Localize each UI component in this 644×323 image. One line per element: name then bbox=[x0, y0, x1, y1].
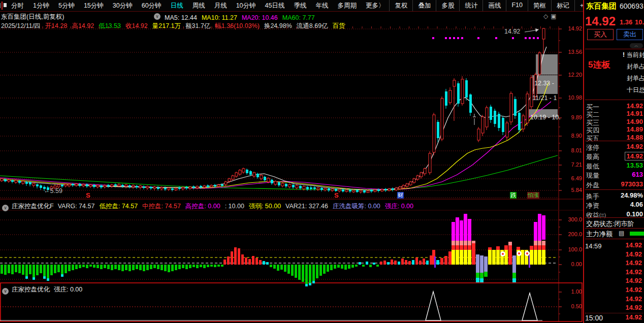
stat-row-现量: 现量613 bbox=[586, 171, 643, 179]
chart-annotation-0: 11/21 - 1 bbox=[532, 94, 557, 102]
value-token: 量217.1万 bbox=[152, 22, 181, 29]
stat-row-外盘: 外盘973033 bbox=[586, 180, 643, 189]
tick-price: 14.92 bbox=[625, 277, 642, 284]
window-layout-icon[interactable] bbox=[2, 2, 3, 10]
menu-item-更多〉[interactable]: 更多〉 bbox=[361, 2, 390, 10]
toolbar-button-统计[interactable]: 统计 bbox=[459, 0, 482, 11]
stat-value: 613 bbox=[632, 171, 643, 178]
menu-item-分时[interactable]: 分时 bbox=[7, 2, 28, 10]
stat-label: 外盘 bbox=[586, 181, 599, 189]
sell-button[interactable]: 卖出 bbox=[617, 29, 643, 40]
toolbar-button-简框[interactable]: 简框 bbox=[528, 0, 551, 11]
indicator1-axis-label: 300.0 bbox=[561, 216, 582, 222]
menu-item-周线[interactable]: 周线 bbox=[188, 2, 210, 10]
stat-row-最高: 最高14.92 bbox=[586, 152, 643, 160]
value-token: 低控盘: 74.57 bbox=[99, 203, 138, 210]
indicator1-header: ∨庄家控盘优化FVARG: 74.57低控盘: 74.57中控盘: 74.57高… bbox=[2, 201, 418, 211]
menu-item-季线[interactable]: 季线 bbox=[289, 2, 311, 10]
indicator1-axis-label: 100.0 bbox=[561, 246, 582, 252]
seal-info-3: 十日总 bbox=[627, 86, 644, 94]
tick-price: 14.92 bbox=[625, 259, 642, 267]
tick-price: 14.92 bbox=[625, 313, 642, 321]
value-token: 强庄: 0.00 bbox=[54, 286, 82, 293]
menu-item-多周期[interactable]: 多周期 bbox=[333, 2, 361, 10]
menu-item-年线[interactable]: 年线 bbox=[311, 2, 333, 10]
panel-separator bbox=[585, 239, 644, 239]
last-price-annotation: 14.92 bbox=[504, 28, 520, 35]
toolbar-button-复权[interactable]: 复权 bbox=[389, 0, 412, 11]
tick-price: 14.92 bbox=[625, 304, 642, 311]
menu-item-15分钟[interactable]: 15分钟 bbox=[79, 2, 108, 10]
toolbar-button-叠加[interactable]: 叠加 bbox=[412, 0, 436, 11]
collapse-indicator1-icon[interactable]: ∨ bbox=[2, 205, 9, 211]
menu-item-30分钟[interactable]: 30分钟 bbox=[108, 2, 137, 10]
alert-icon: ! bbox=[623, 51, 625, 58]
stat-value: 4.06 bbox=[630, 201, 643, 208]
indicator1-name: 庄家控盘优化F bbox=[12, 203, 54, 210]
menu-item-日线[interactable]: 日线 bbox=[166, 2, 188, 10]
main-chart-canvas[interactable] bbox=[0, 0, 644, 323]
toolbar-button-画线[interactable]: 画线 bbox=[482, 0, 506, 11]
diamond-icon[interactable]: ◇ bbox=[543, 13, 551, 20]
value-token: 低13.53 bbox=[99, 22, 121, 29]
stat-value: 24.98% bbox=[621, 191, 643, 199]
chart-corner-icons[interactable]: ◇▣ bbox=[543, 13, 559, 20]
value-token: 幅1.36(10.03%) bbox=[215, 22, 260, 29]
collapse-chart-icon[interactable]: ∨ bbox=[154, 13, 160, 20]
chart-title: 东百集团(日线,前复权) bbox=[1, 13, 64, 21]
tick-row: 14.92 bbox=[585, 286, 643, 295]
limit-streak-badge: 5连板 bbox=[588, 59, 610, 71]
price-change-pct: 10.0 bbox=[635, 18, 644, 26]
main-axis-label: 12.20 bbox=[561, 72, 582, 78]
menu-item-60分钟[interactable]: 60分钟 bbox=[137, 2, 166, 10]
stock-code: 600693 bbox=[620, 2, 643, 10]
menu-item-10分钟[interactable]: 10分钟 bbox=[232, 2, 261, 10]
tick-row: 14.92 bbox=[585, 277, 643, 285]
panel-separator bbox=[585, 100, 644, 100]
value-token: MA20: 10.46 bbox=[242, 14, 278, 21]
main-axis-label: 13.56 bbox=[561, 49, 582, 55]
panel-separator bbox=[585, 189, 644, 190]
indicator1-values: VARG: 74.57低控盘: 74.57中控盘: 74.57高控盘: 0.00… bbox=[58, 201, 418, 210]
menu-item-5分钟[interactable]: 5分钟 bbox=[54, 2, 79, 10]
price-change: 1.36 bbox=[620, 18, 632, 26]
tick-price: 14.92 bbox=[625, 241, 642, 249]
sell-signal-marker: S bbox=[334, 191, 339, 199]
menu-item-45日线[interactable]: 45日线 bbox=[261, 2, 289, 10]
tick-row: 14:5914.92 bbox=[585, 241, 643, 250]
seal-info-2: 封单占 bbox=[627, 74, 644, 83]
indicator1-axis-label: 200.0 bbox=[561, 231, 582, 237]
bid-price: 14.88 bbox=[626, 134, 643, 141]
seal-info-0: 当前封 bbox=[627, 51, 644, 59]
value-token: 收14.92 bbox=[125, 22, 148, 29]
buy-button[interactable]: 买入 bbox=[587, 29, 614, 40]
stat-label: 涨停 bbox=[586, 144, 599, 151]
collapse-indicator2-icon[interactable]: ∨ bbox=[2, 288, 9, 295]
stat-row-涨停: 涨停14.92 bbox=[586, 143, 643, 151]
value-token: MA10: 11.27 bbox=[202, 14, 237, 21]
main-flow-label[interactable]: 主力净额 bbox=[586, 230, 613, 239]
main-axis-label: 8.01 bbox=[561, 147, 582, 153]
menu-item-月线[interactable]: 月线 bbox=[210, 2, 232, 10]
toolbar-button-多股[interactable]: 多股 bbox=[436, 0, 459, 11]
value-token: 强弱: 50.00 bbox=[249, 203, 281, 210]
bid-row-3: 买三14.90 bbox=[586, 118, 643, 125]
main-axis-label: 14.92 bbox=[561, 25, 582, 31]
chart-badge-财: 财 bbox=[397, 192, 404, 199]
chart-annotation-1: ←5.59 bbox=[44, 187, 62, 195]
sell-signal-marker: S bbox=[86, 191, 90, 199]
toolbar-button-F10[interactable]: F10 bbox=[506, 0, 528, 11]
menu-item-1分钟[interactable]: 1分钟 bbox=[28, 2, 54, 10]
window-icon[interactable]: ▣ bbox=[551, 13, 559, 20]
value-token: 换24.98% bbox=[264, 22, 292, 29]
panel-separator bbox=[585, 141, 644, 141]
list-icon[interactable]: ▤ bbox=[619, 230, 624, 237]
collapse-panel-icon[interactable]: ︿ bbox=[630, 43, 643, 48]
tick-price: 14.92 bbox=[625, 268, 642, 276]
toolbar-button-标记[interactable]: 标记 bbox=[551, 0, 574, 11]
panel-separator bbox=[585, 228, 644, 229]
bid-price: 14.91 bbox=[626, 110, 643, 117]
chart-badge-怕涨: 怕涨 bbox=[527, 192, 539, 199]
stat-label: 最高 bbox=[586, 153, 599, 160]
value-token: 强庄: 0.00 bbox=[385, 203, 413, 210]
